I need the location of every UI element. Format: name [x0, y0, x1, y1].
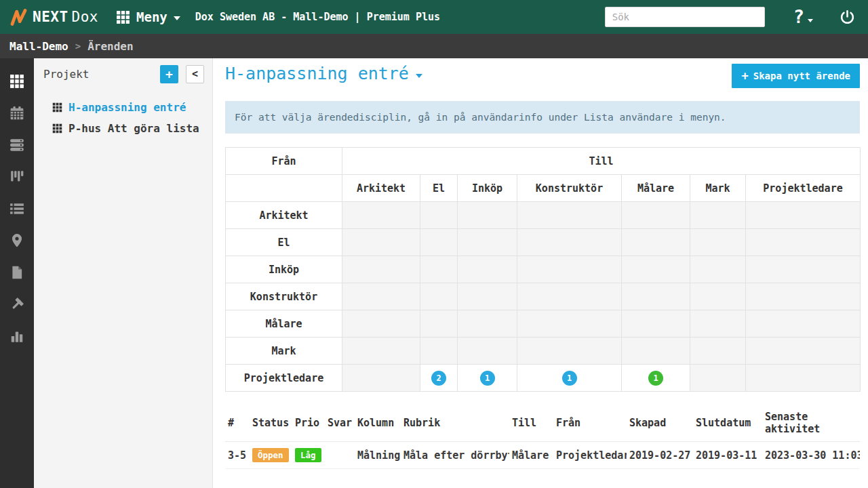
- matrix-cell: [458, 310, 517, 338]
- matrix-cell: [746, 338, 861, 365]
- matrix-cell: [517, 338, 622, 365]
- issues-column-header[interactable]: Prio: [292, 404, 325, 442]
- issue-kolumn: Målning: [355, 442, 401, 469]
- matrix-cell: [517, 256, 622, 283]
- matrix-cell: [622, 256, 690, 283]
- matrix-row: Konstruktör: [226, 283, 861, 310]
- matrix-cell: [690, 256, 746, 283]
- search-input[interactable]: [605, 7, 765, 27]
- project-item[interactable]: H-anpassning entré: [34, 97, 212, 118]
- issue-count-badge[interactable]: 1: [562, 371, 577, 386]
- sidebar-item-columns[interactable]: [0, 161, 34, 192]
- matrix-row-header: El: [226, 229, 342, 256]
- page-title-label: H-anpassning entré: [225, 64, 409, 83]
- matrix-cell: [517, 283, 622, 310]
- issues-column-header[interactable]: Skapad: [627, 404, 693, 442]
- calendar-icon: [9, 106, 24, 121]
- matrix-column-header: Arkitekt: [342, 175, 420, 202]
- icon-sidebar: [0, 58, 34, 488]
- matrix-column-header: Målare: [622, 175, 690, 202]
- logout-button[interactable]: [839, 9, 856, 26]
- sidebar-item-map-pin[interactable]: [0, 224, 34, 256]
- matrix-cell[interactable]: 1: [458, 365, 517, 392]
- help-menu-button[interactable]: ?: [793, 7, 813, 27]
- matrix-column-header: Projektledare: [746, 175, 861, 202]
- matrix-row: Projektledare2111: [226, 365, 861, 392]
- matrix-till-header: Till: [342, 148, 861, 175]
- prio-badge: Låg: [292, 442, 325, 469]
- issues-column-header[interactable]: Senaste aktivitet: [762, 404, 860, 442]
- issues-column-header[interactable]: Status: [250, 404, 292, 442]
- project-item[interactable]: P-hus Att göra lista: [34, 118, 212, 139]
- matrix-cell: [746, 229, 861, 256]
- create-issue-button[interactable]: + Skapa nytt ärende: [732, 64, 860, 88]
- matrix-cell: [622, 202, 690, 229]
- matrix-cell: [622, 229, 690, 256]
- issues-column-header[interactable]: Rubrik: [401, 404, 509, 442]
- add-project-button[interactable]: +: [160, 65, 178, 83]
- issue-count-badge[interactable]: 2: [431, 371, 446, 386]
- matrix-cell: [690, 338, 746, 365]
- apps-grid-icon: [116, 10, 130, 24]
- matrix-cell: [420, 338, 458, 365]
- columns-icon: [9, 169, 24, 184]
- issue-count-badge[interactable]: 1: [648, 371, 663, 386]
- sidebar-item-document[interactable]: [0, 256, 34, 288]
- matrix-cell: [342, 256, 420, 283]
- issues-column-header[interactable]: Slutdatum: [693, 404, 762, 442]
- brand-name: NEXTDox: [33, 9, 98, 25]
- matrix-cell: [458, 283, 517, 310]
- matrix-column-header: Inköp: [458, 175, 517, 202]
- breadcrumb-project[interactable]: Mall-Demo: [9, 40, 68, 53]
- map-pin-icon: [9, 233, 24, 248]
- sidebar-item-list[interactable]: [0, 192, 34, 224]
- matrix-row: Målare: [226, 310, 861, 338]
- matrix-cell: [458, 229, 517, 256]
- info-banner: För att välja ärendedisciplin, gå in på …: [225, 101, 860, 134]
- issues-column-header[interactable]: Från: [553, 404, 627, 442]
- issue-svar: [325, 442, 355, 469]
- matrix-row-header: Mark: [226, 338, 342, 365]
- issues-column-header[interactable]: #: [225, 404, 250, 442]
- status-badge: Öppen: [250, 442, 292, 469]
- issue-row[interactable]: 3-5ÖppenLågMålningMåla efter dörrbyteMål…: [225, 442, 860, 469]
- matrix-column-header: El: [420, 175, 458, 202]
- matrix-cell: [690, 202, 746, 229]
- issues-column-header[interactable]: Svar: [325, 404, 355, 442]
- sidebar-item-calendar[interactable]: [0, 97, 34, 129]
- brand-logo[interactable]: NEXTDox: [9, 8, 98, 26]
- matrix-cell[interactable]: 1: [622, 365, 690, 392]
- matrix-cell: [746, 256, 861, 283]
- issue-count-badge[interactable]: 1: [480, 371, 495, 386]
- menu-button[interactable]: Meny: [116, 9, 180, 24]
- sidebar-item-bar-chart[interactable]: [0, 320, 34, 352]
- page-title[interactable]: H-anpassning entré: [225, 64, 422, 83]
- matrix-corner-cell: [226, 175, 342, 202]
- matrix-cell: [342, 365, 420, 392]
- sidebar-item-servers[interactable]: [0, 129, 34, 161]
- project-grid-icon: [52, 102, 62, 113]
- chevron-right-icon: >: [75, 41, 81, 52]
- matrix-cell: [690, 310, 746, 338]
- gavel-icon: [9, 297, 24, 312]
- power-icon: [839, 9, 856, 26]
- matrix-cell[interactable]: 2: [420, 365, 458, 392]
- issues-column-header[interactable]: Kolumn: [355, 404, 401, 442]
- issues-column-header[interactable]: Till: [509, 404, 553, 442]
- sidebar-item-gavel[interactable]: [0, 288, 34, 320]
- matrix-cell: [622, 283, 690, 310]
- matrix-cell[interactable]: 1: [517, 365, 622, 392]
- help-icon: ?: [793, 7, 804, 27]
- status-badge: Öppen: [252, 448, 289, 462]
- main-content: H-anpassning entré + Skapa nytt ärende F…: [213, 58, 868, 488]
- list-icon: [9, 201, 24, 216]
- sidebar-item-apps-grid[interactable]: [0, 65, 34, 97]
- matrix-cell: [517, 229, 622, 256]
- matrix-row-header: Inköp: [226, 256, 342, 283]
- collapse-panel-button[interactable]: <: [186, 65, 204, 83]
- matrix-cell: [420, 229, 458, 256]
- issue-rubrik: Måla efter dörrbyte: [401, 442, 509, 469]
- matrix-row: Arkitekt: [226, 202, 861, 229]
- project-list: H-anpassning entréP-hus Att göra lista: [34, 97, 212, 139]
- matrix-cell: [420, 283, 458, 310]
